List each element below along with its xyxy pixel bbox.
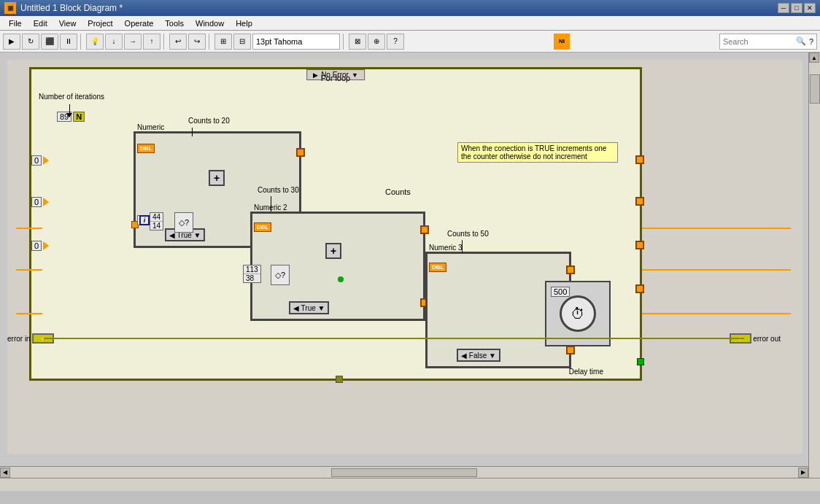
title-icon: ▣ bbox=[4, 2, 16, 14]
counts-to-50-label: Counts to 50 bbox=[447, 230, 489, 238]
undo-button[interactable]: ↩ bbox=[169, 34, 187, 50]
orange-wire-top-1 bbox=[642, 228, 791, 229]
status-bar bbox=[0, 478, 820, 491]
scrollbar-thumb[interactable] bbox=[810, 74, 820, 104]
run-cont-button[interactable]: ↻ bbox=[22, 34, 39, 50]
search-area-icon: NI bbox=[553, 34, 570, 50]
val113[interactable]: 113 bbox=[244, 265, 260, 274]
no-error-left-arrow: ▶ bbox=[313, 71, 318, 79]
delay-time-label: Delay time bbox=[569, 368, 603, 376]
step-over-button[interactable]: → bbox=[124, 34, 142, 50]
bool-selector-2[interactable]: ◀ True ▼ bbox=[289, 301, 329, 314]
close-button[interactable]: ✕ bbox=[804, 3, 816, 13]
error-out-label: error out bbox=[753, 335, 781, 343]
arrow-right-mid bbox=[43, 198, 49, 206]
menu-view[interactable]: View bbox=[53, 18, 82, 29]
maximize-button[interactable]: □ bbox=[791, 3, 802, 13]
increment-block-2: + bbox=[325, 243, 341, 259]
search-box[interactable]: 🔍 ? bbox=[719, 34, 817, 50]
dbl-block-1: DBL bbox=[137, 144, 155, 153]
true-label-2: ◀ True ▼ bbox=[293, 304, 325, 312]
val0-left-bot[interactable]: 0 bbox=[31, 241, 49, 251]
question-button[interactable]: ? bbox=[387, 34, 404, 50]
run-button[interactable]: ▶ bbox=[3, 34, 20, 50]
right-tunnel-4 bbox=[635, 284, 644, 293]
val500-label[interactable]: 500 bbox=[551, 287, 570, 297]
orange-wire-left-3 bbox=[16, 313, 42, 314]
bundle-block-2: ◇? bbox=[271, 265, 290, 285]
menu-window[interactable]: Window bbox=[190, 18, 230, 29]
counts-label: Counts bbox=[385, 187, 411, 196]
yellow-note: When the conection is TRUE increments on… bbox=[457, 142, 618, 163]
scrollbar-right[interactable]: ▲ bbox=[808, 53, 820, 491]
counts-to-50-arrow bbox=[462, 240, 463, 253]
yellow-note-text: When the conection is TRUE increments on… bbox=[461, 144, 606, 160]
scroll-right-button[interactable]: ▶ bbox=[798, 468, 808, 478]
search-input[interactable] bbox=[723, 37, 796, 46]
step-into-button[interactable]: ↓ bbox=[105, 34, 123, 50]
scroll-up-button[interactable]: ▲ bbox=[809, 53, 819, 63]
orange-wire-top-2 bbox=[642, 269, 791, 271]
val38[interactable]: 38 bbox=[244, 274, 260, 282]
loop2-right-terminal-top bbox=[420, 225, 429, 234]
val0-left-mid[interactable]: 0 bbox=[31, 197, 49, 207]
number-of-iterations-label: Number of iterations bbox=[39, 93, 104, 101]
step-out-button[interactable]: ↑ bbox=[143, 34, 160, 50]
error-in-label: error in bbox=[7, 335, 31, 343]
orange-wire-left-2 bbox=[16, 269, 42, 271]
highlight-button[interactable]: 💡 bbox=[86, 34, 104, 50]
loop1-right-terminal-top bbox=[296, 148, 305, 157]
diagram-canvas: ▶ No Error ▼ For loop 89 N Number of ite… bbox=[7, 60, 802, 454]
bool-selector-3[interactable]: ◀ False ▼ bbox=[457, 349, 500, 362]
menu-tools[interactable]: Tools bbox=[159, 18, 190, 29]
n-label: N bbox=[73, 112, 85, 122]
labview-logo: NI bbox=[554, 34, 570, 50]
arrow-right-bot bbox=[43, 241, 49, 250]
menu-file[interactable]: File bbox=[3, 18, 28, 29]
scroll-left-button[interactable]: ◀ bbox=[0, 468, 10, 478]
menu-project[interactable]: Project bbox=[82, 18, 118, 29]
no-error-dropdown-arrow[interactable]: ▼ bbox=[352, 71, 358, 79]
bundle-113-38: 113 38 bbox=[243, 265, 261, 283]
bottom-error-dot bbox=[336, 376, 343, 383]
search-icon[interactable]: 🔍 bbox=[796, 36, 806, 46]
abort-button[interactable]: ⬛ bbox=[41, 34, 58, 50]
redo-button[interactable]: ↪ bbox=[188, 34, 206, 50]
toolbar-separator-2 bbox=[163, 34, 166, 50]
orange-wire-top-3 bbox=[642, 313, 791, 314]
right-tunnel-1 bbox=[635, 155, 644, 164]
zoom-button[interactable]: ⊕ bbox=[368, 34, 385, 50]
menu-operate[interactable]: Operate bbox=[119, 18, 160, 29]
distribute-button[interactable]: ⊟ bbox=[233, 34, 251, 50]
bundle-44-14: 44 14 bbox=[150, 212, 163, 230]
font-selector[interactable] bbox=[252, 34, 340, 50]
counts-to-20-arrow bbox=[192, 128, 193, 136]
counts-to-20-label: Counts to 20 bbox=[188, 117, 230, 125]
window-title: Untitled 1 Block Diagram * bbox=[20, 3, 123, 13]
toolbar-separator-3 bbox=[209, 34, 212, 50]
toolbar-separator-4 bbox=[343, 34, 346, 50]
bundle-block-1: ◇? bbox=[174, 212, 193, 233]
dbl-block-2: DBL bbox=[254, 222, 271, 232]
menu-help[interactable]: Help bbox=[230, 18, 258, 29]
val44[interactable]: 44 bbox=[150, 213, 163, 222]
minimize-button[interactable]: ─ bbox=[778, 3, 789, 13]
val14[interactable]: 14 bbox=[150, 222, 163, 230]
scrollbar-horizontal[interactable]: ◀ ▶ bbox=[0, 466, 808, 478]
window-controls[interactable]: ─ □ ✕ bbox=[778, 3, 816, 13]
search-help-icon[interactable]: ? bbox=[809, 37, 813, 46]
false-label-3: ◀ False ▼ bbox=[461, 352, 496, 360]
menu-edit[interactable]: Edit bbox=[28, 18, 53, 29]
increment-block-1: + bbox=[209, 170, 225, 186]
pause-button[interactable]: ⏸ bbox=[60, 34, 77, 50]
main-area: ▲ ▶ No Error ▼ For loop 89 N Number of i… bbox=[0, 53, 820, 491]
align-button[interactable]: ⊞ bbox=[214, 34, 232, 50]
numeric-2-label: Numeric 2 bbox=[254, 203, 287, 212]
for-loop-frame: ▶ No Error ▼ For loop 89 N Number of ite… bbox=[29, 67, 642, 381]
val0-left-top[interactable]: 0 bbox=[31, 155, 49, 166]
orange-wire-left-1 bbox=[16, 228, 42, 229]
numeric-3-label: Numeric 3 bbox=[429, 244, 463, 252]
arrange-button[interactable]: ⊠ bbox=[349, 34, 366, 50]
scrollbar-h-thumb[interactable] bbox=[331, 468, 477, 477]
error-wire-h bbox=[44, 338, 744, 339]
